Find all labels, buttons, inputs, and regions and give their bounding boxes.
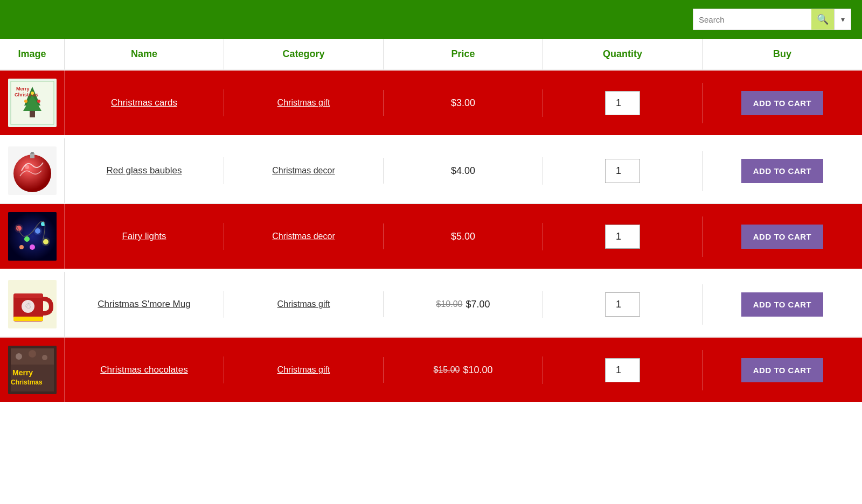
cell-image-fairy-lights [0,204,65,269]
price-fairy-lights: $5.00 [451,231,475,242]
product-name-link-christmas-chocolates[interactable]: Christmas chocolates [100,365,188,375]
quantity-input-fairy-lights[interactable] [605,225,640,249]
quantity-input-christmas-chocolates[interactable] [605,358,640,382]
table-row: Merry Christmas Christmas cards Christma… [0,71,862,138]
svg-point-22 [19,245,24,249]
cell-price-christmas-chocolates: $15.00 $10.00 [384,356,543,384]
cell-image-christmas-smore-mug: ☃ [0,272,65,337]
svg-point-26 [41,237,50,246]
cell-name-fairy-lights[interactable]: Fairy lights [65,223,224,250]
search-button[interactable]: 🔍 [811,9,834,30]
category-link-christmas-smore-mug[interactable]: Christmas gift [277,299,330,309]
price-red-glass-baubles: $4.00 [451,165,475,177]
cell-category-christmas-smore-mug[interactable]: Christmas gift [224,291,384,317]
add-to-cart-button-fairy-lights[interactable]: ADD TO CART [741,225,824,249]
cell-name-christmas-chocolates[interactable]: Christmas chocolates [65,356,224,383]
svg-rect-16 [8,212,57,261]
table-row: Merry Christmas Christmas chocolates Chr… [0,338,862,405]
cell-name-red-glass-baubles[interactable]: Red glass baubles [65,157,224,184]
svg-point-25 [33,227,42,235]
add-to-cart-button-christmas-chocolates[interactable]: ADD TO CART [741,358,824,382]
cell-image-red-glass-baubles [0,138,65,203]
cell-name-christmas-cards[interactable]: Christmas cards [65,89,224,116]
svg-point-14 [25,165,29,169]
cell-price-red-glass-baubles: $4.00 [384,157,543,185]
svg-point-8 [37,100,40,103]
price-original-christmas-chocolates: $15.00 [434,365,460,375]
svg-point-9 [31,92,34,95]
svg-text:Merry: Merry [16,86,30,92]
cell-category-christmas-chocolates[interactable]: Christmas gift [224,357,384,383]
cell-quantity-christmas-chocolates[interactable] [543,350,703,390]
product-image-red-glass-baubles [8,146,57,195]
cell-image-christmas-chocolates: Merry Christmas [0,338,65,402]
svg-text:☃: ☃ [24,300,32,310]
col-image: Image [0,39,65,69]
quantity-input-christmas-smore-mug[interactable] [605,292,640,317]
col-buy: Buy [703,39,862,69]
product-image-fairy-lights [8,212,57,261]
cell-price-christmas-cards: $3.00 [384,89,543,117]
table-row: ☃ Christmas S'more Mug Christmas gift $1… [0,272,862,338]
cell-name-christmas-smore-mug[interactable]: Christmas S'more Mug [65,291,224,318]
cell-quantity-christmas-cards[interactable] [543,83,703,123]
col-price: Price [384,39,543,69]
cell-category-red-glass-baubles[interactable]: Christmas decor [224,158,384,184]
svg-point-18 [24,236,30,242]
quantity-input-red-glass-baubles[interactable] [605,159,640,183]
add-to-cart-button-christmas-cards[interactable]: ADD TO CART [741,91,824,115]
category-link-red-glass-baubles[interactable]: Christmas decor [272,166,335,176]
category-link-christmas-cards[interactable]: Christmas gift [277,98,330,108]
price-original-christmas-smore-mug: $10.00 [436,299,463,309]
svg-rect-13 [31,152,34,154]
product-name-link-christmas-cards[interactable]: Christmas cards [111,97,177,108]
product-image-christmas-chocolates: Merry Christmas [8,346,57,394]
product-name-link-red-glass-baubles[interactable]: Red glass baubles [107,165,182,176]
table-row: Fairy lights Christmas decor $5.00 ADD T… [0,204,862,272]
category-link-christmas-chocolates[interactable]: Christmas gift [277,365,330,375]
product-name-link-fairy-lights[interactable]: Fairy lights [122,231,166,242]
cell-buy-red-glass-baubles[interactable]: ADD TO CART [703,151,862,191]
cell-quantity-fairy-lights[interactable] [543,216,703,257]
search-container: 🔍 ▾ [693,9,851,30]
chevron-down-icon: ▾ [841,15,845,24]
cell-price-christmas-smore-mug: $10.00 $7.00 [384,291,543,318]
col-quantity: Quantity [543,39,703,69]
cell-category-christmas-cards[interactable]: Christmas gift [224,90,384,116]
table-header: Image Name Category Price Quantity Buy [0,39,862,71]
svg-text:Christmas: Christmas [15,92,38,97]
table-row: Red glass baubles Christmas decor $4.00 … [0,138,862,204]
cell-buy-fairy-lights[interactable]: ADD TO CART [703,216,862,257]
cell-image-christmas-cards: Merry Christmas [0,71,65,135]
svg-rect-29 [13,317,43,321]
svg-rect-32 [13,293,43,298]
svg-text:Merry: Merry [12,368,33,377]
search-icon: 🔍 [817,13,829,25]
cell-category-fairy-lights[interactable]: Christmas decor [224,223,384,249]
price-sale-christmas-smore-mug: $7.00 [465,299,490,310]
category-link-fairy-lights[interactable]: Christmas decor [272,232,335,241]
quantity-input-christmas-cards[interactable] [605,91,640,115]
search-input[interactable] [693,9,811,30]
dropdown-button[interactable]: ▾ [834,9,851,30]
cell-quantity-red-glass-baubles[interactable] [543,151,703,191]
col-name: Name [65,39,224,69]
svg-point-7 [24,100,27,103]
price-sale-christmas-chocolates: $10.00 [463,365,492,376]
header: 🔍 ▾ [0,0,862,39]
cell-quantity-christmas-smore-mug[interactable] [543,284,703,325]
cell-buy-christmas-cards[interactable]: ADD TO CART [703,83,862,123]
product-name-link-christmas-smore-mug[interactable]: Christmas S'more Mug [98,299,190,310]
svg-text:Christmas: Christmas [11,379,43,386]
product-image-christmas-smore-mug: ☃ [8,280,57,328]
svg-point-38 [16,353,22,360]
col-category: Category [224,39,384,69]
product-image-christmas-cards: Merry Christmas [8,79,57,127]
svg-point-40 [42,355,47,360]
svg-point-39 [29,350,36,358]
cell-buy-christmas-smore-mug[interactable]: ADD TO CART [703,284,862,325]
add-to-cart-button-christmas-smore-mug[interactable]: ADD TO CART [741,292,824,317]
cell-buy-christmas-chocolates[interactable]: ADD TO CART [703,350,862,390]
svg-point-24 [15,224,23,233]
add-to-cart-button-red-glass-baubles[interactable]: ADD TO CART [741,159,824,183]
